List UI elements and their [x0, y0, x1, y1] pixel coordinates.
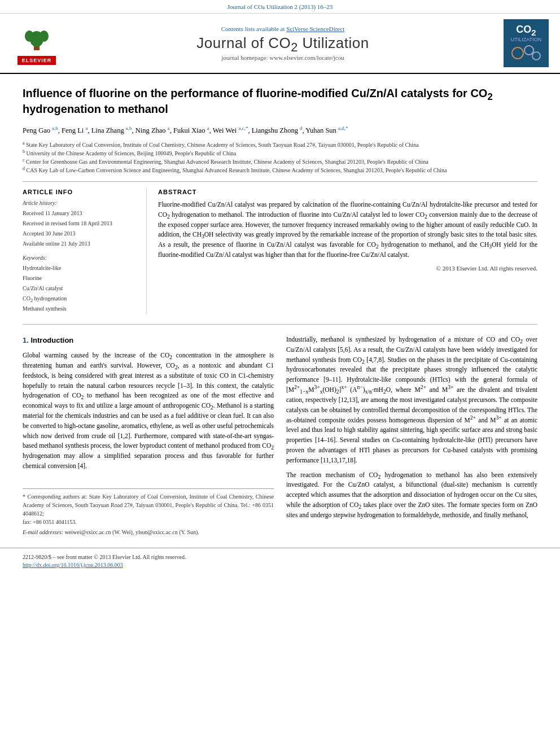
- elsevier-logo: ELSEVIER: [11, 22, 62, 65]
- article-info-panel: ARTICLE INFO Article history: Received 1…: [23, 189, 147, 314]
- svg-point-5: [524, 46, 533, 55]
- body-right-column: Industrially, methanol is synthesized by…: [286, 335, 537, 536]
- affiliation-c: c Center for Greenhouse Gas and Environm…: [23, 158, 537, 166]
- keyword-4: CO2 hydrogenation: [23, 294, 137, 304]
- section1-heading: 1. Introduction: [23, 335, 274, 346]
- keyword-1: Hydrotalcite-like: [23, 263, 137, 273]
- elsevier-label: ELSEVIER: [18, 56, 56, 65]
- svg-point-4: [512, 47, 523, 59]
- sciverse-link: Contents lists available at SciVerse Sci…: [73, 25, 492, 32]
- co2-logo-subtitle: UTILIZATION: [507, 37, 545, 42]
- affiliation-d: d CAS Key Lab of Low-Carbon Conversion S…: [23, 166, 537, 174]
- main-content: Influence of fluorine on the performance…: [0, 74, 560, 548]
- co2-logo-decoration: [509, 45, 543, 62]
- affiliation-b: b University of the Chinese Academy of S…: [23, 149, 537, 158]
- journal-header: ELSEVIER Contents lists available at Sci…: [0, 14, 560, 74]
- svg-point-3: [40, 30, 49, 42]
- footnote-emails: E-mail addresses: weiwei@sxicc.ac.cn (W.…: [23, 528, 274, 536]
- abstract-copyright: © 2013 Elsevier Ltd. All rights reserved…: [158, 265, 537, 272]
- footer-doi[interactable]: http://dx.doi.org/10.1016/j.jcou.2013.06…: [23, 562, 537, 568]
- footnote-section: * Corresponding authors at: State Key La…: [23, 488, 274, 536]
- keyword-3: Cu/Zn/Al catalyst: [23, 283, 137, 294]
- intro-paragraph-1: Global warming caused by the increase of…: [23, 351, 274, 471]
- journal-title: Journal of CO2 Utilization: [73, 34, 492, 52]
- authors-line: Peng Gao a,b, Feng Li a, Lina Zhang a,b,…: [23, 125, 537, 136]
- received-date: Received 11 January 2013: [23, 208, 137, 219]
- journal-citation: Journal of CO₂ Utilization 2 (2013) 16–2…: [228, 3, 333, 10]
- co2-logo-title: CO2: [507, 24, 545, 36]
- keyword-2: Fluorine: [23, 273, 137, 283]
- abstract-text: Fluorine-modified Cu/Zn/Al catalyst was …: [158, 200, 537, 260]
- article-info-abstract-section: ARTICLE INFO Article history: Received 1…: [23, 189, 537, 325]
- article-history-dates: Received 11 January 2013 Received in rev…: [23, 208, 137, 249]
- abstract-section: ABSTRACT Fluorine-modified Cu/Zn/Al cata…: [158, 189, 537, 314]
- elsevier-tree-icon: [17, 22, 56, 53]
- sciverse-text[interactable]: SciVerse ScienceDirect: [286, 25, 344, 32]
- body-left-column: 1. Introduction Global warming caused by…: [23, 335, 274, 536]
- keywords-label: Keywords:: [23, 255, 137, 261]
- intro-paragraph-3: The reaction mechanism of CO2 hydrogenat…: [286, 470, 537, 521]
- footnote-text: * Corresponding authors at: State Key La…: [23, 492, 274, 526]
- journal-homepage: journal homepage: www.elsevier.com/locat…: [73, 54, 492, 61]
- section1-number: 1.: [23, 336, 30, 344]
- co2-utilization-logo: CO2 UTILIZATION: [504, 19, 549, 67]
- footer: 2212-9820/$ – see front matter © 2013 El…: [0, 548, 560, 573]
- svg-point-2: [25, 30, 34, 42]
- article-history-label: Article history:: [23, 200, 137, 206]
- available-online-date: Available online 21 July 2013: [23, 239, 137, 249]
- journal-info-bar: Journal of CO₂ Utilization 2 (2013) 16–2…: [0, 0, 560, 14]
- received-revised-date: Received in revised form 18 April 2013: [23, 219, 137, 229]
- header-center: Contents lists available at SciVerse Sci…: [73, 25, 492, 61]
- keywords-list: Hydrotalcite-like Fluorine Cu/Zn/Al cata…: [23, 263, 137, 314]
- body-content: 1. Introduction Global warming caused by…: [23, 335, 537, 536]
- intro-paragraph-2: Industrially, methanol is synthesized by…: [286, 335, 537, 466]
- keyword-5: Methanol synthesis: [23, 304, 137, 314]
- affiliations: a State Key Laboratory of Coal Conversio…: [23, 141, 537, 182]
- article-info-title: ARTICLE INFO: [23, 189, 137, 195]
- article-title: Influence of fluorine on the performance…: [23, 85, 537, 117]
- svg-point-6: [532, 52, 540, 60]
- abstract-title: ABSTRACT: [158, 189, 537, 195]
- affiliation-a: a State Key Laboratory of Coal Conversio…: [23, 141, 537, 149]
- keywords-section: Keywords: Hydrotalcite-like Fluorine Cu/…: [23, 255, 137, 314]
- footer-issn: 2212-9820/$ – see front matter © 2013 El…: [23, 554, 537, 560]
- accepted-date: Accepted 30 June 2013: [23, 229, 137, 239]
